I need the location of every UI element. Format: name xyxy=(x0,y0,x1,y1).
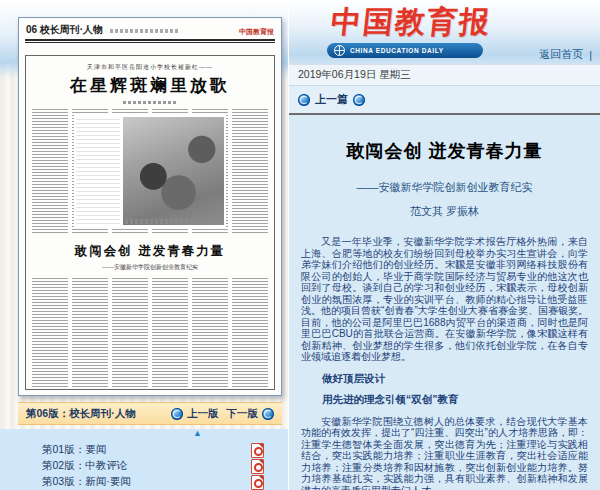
newsprint-text-column xyxy=(112,278,148,390)
site-logo-english: CHINA EDUCATION DAILY xyxy=(350,47,444,54)
page-section-title: 06 校长周刊·人物 xyxy=(26,23,180,37)
page-navigation-bar: 第06版：校长周刊·人物 上一版 下一版 xyxy=(18,402,282,425)
link-divider: | xyxy=(589,49,592,61)
masthead-fineprint-sim xyxy=(110,29,180,33)
article-body: 又是一年毕业季，安徽新华学院学术报告厅格外热闹，来自上海、合肥等地的校友们纷纷回… xyxy=(301,236,588,490)
section-name: 校长周刊·人物 xyxy=(40,24,103,35)
collapse-arrow-icon[interactable]: ▲ xyxy=(193,428,202,438)
page-link[interactable]: 第02版：中教评论 xyxy=(42,459,251,473)
home-link[interactable]: 返回首页 xyxy=(539,47,583,62)
second-article-columns xyxy=(32,278,268,390)
article-paragraph: 安徽新华学院围绕立德树人的总体要求，结合现代大学基本功能的有效发挥，提出了“四注… xyxy=(301,416,588,490)
pdf-icon[interactable] xyxy=(251,459,264,474)
globe-icon xyxy=(334,45,345,56)
current-page-label: 第06版：校长周刊·人物 xyxy=(26,407,171,421)
pdf-icon[interactable] xyxy=(251,475,264,490)
article-content: 敢闯会创 迸发青春力量 ——安徽新华学院创新创业教育纪实 范文其 罗振林 又是一… xyxy=(289,115,600,490)
prev-article-icon[interactable] xyxy=(298,94,310,106)
newspaper-page-image[interactable]: 06 校长周刊·人物 中国教育报 天津市和平区岳阳道小学校长褚新红—— 在星辉斑… xyxy=(18,17,282,396)
page-thumbnail-panel: 06 校长周刊·人物 中国教育报 天津市和平区岳阳道小学校长褚新红—— 在星辉斑… xyxy=(0,0,288,490)
newspaper-logo-small: 中国教育报 xyxy=(239,27,274,37)
site-header: 中国教育报 CHINA EDUCATION DAILY 返回首页 | xyxy=(289,0,600,64)
photo-caption-sim xyxy=(125,219,222,224)
page-number: 06 xyxy=(26,24,37,35)
newsprint-text-column xyxy=(232,109,268,235)
article-paragraph: 又是一年毕业季，安徽新华学院学术报告厅格外热闹，来自上海、合肥等地的校友们纷纷回… xyxy=(301,236,588,363)
newspaper-masthead: 06 校长周刊·人物 中国教育报 xyxy=(19,18,281,38)
article-panel: 中国教育报 CHINA EDUCATION DAILY 返回首页 | 2019年… xyxy=(288,0,600,490)
newsprint-text-column xyxy=(152,278,188,390)
lead-article-columns xyxy=(32,109,268,235)
page-link[interactable]: 第01版：要闻 xyxy=(42,443,251,457)
second-headline: 敢闯会创 迸发青春力量 xyxy=(26,243,274,260)
next-page-icon[interactable] xyxy=(262,408,274,420)
article-nav-bar: 上一篇 xyxy=(289,86,600,115)
page-list-item: 第02版：中教评论 xyxy=(0,458,288,474)
prev-article-link[interactable]: 上一篇 xyxy=(315,92,348,107)
page-list-collapse-row: ▲ xyxy=(0,429,288,442)
newsprint-text-column xyxy=(192,278,228,390)
page-list-item: 第03版：新闻·要闻 xyxy=(0,474,288,490)
prev-page-link[interactable]: 上一版 xyxy=(187,407,219,421)
newsprint-text-column xyxy=(232,278,268,390)
next-page-link[interactable]: 下一版 xyxy=(227,407,259,421)
site-logo-subtitle-bar: CHINA EDUCATION DAILY xyxy=(327,43,483,58)
pdf-icon[interactable] xyxy=(251,443,264,458)
article-subtitle: ——安徽新华学院创新创业教育纪实 xyxy=(301,180,588,195)
page-link[interactable]: 第03版：新闻·要闻 xyxy=(42,475,251,489)
header-links: 返回首页 | xyxy=(539,47,592,62)
article-subhead: 用先进的理念引领“双创”教育 xyxy=(301,394,588,406)
date-bar: 2019年06月19日 星期三 xyxy=(289,64,600,86)
pull-quote-sim xyxy=(76,117,120,225)
article-subhead: 做好顶层设计 xyxy=(301,373,588,385)
page-list: ▲ 第01版：要闻 第02版：中教评论 第03版：新闻·要闻 xyxy=(0,429,288,490)
lead-photo-band xyxy=(74,115,226,227)
page-list-item: 第01版：要闻 xyxy=(0,442,288,458)
lead-byline-sim xyxy=(123,101,177,104)
article-title: 敢闯会创 迸发青春力量 xyxy=(301,139,588,163)
article-authors: 范文其 罗振林 xyxy=(301,204,588,219)
issue-date: 2019年06月19日 星期三 xyxy=(298,68,411,82)
second-subtitle: ——安徽新华学院创新创业教育纪实 xyxy=(26,263,274,272)
masthead-rule xyxy=(25,39,275,43)
lead-headline: 在星辉斑斓里放歌 xyxy=(26,74,274,97)
lead-kicker: 天津市和平区岳阳道小学校长褚新红—— xyxy=(26,63,274,72)
newspaper-content-frame: 天津市和平区岳阳道小学校长褚新红—— 在星辉斑斓里放歌 xyxy=(25,55,275,390)
prev-page-icon[interactable] xyxy=(171,408,183,420)
newsprint-text-column xyxy=(72,278,108,390)
epaper-reader: 06 校长周刊·人物 中国教育报 天津市和平区岳阳道小学校长褚新红—— 在星辉斑… xyxy=(0,0,600,490)
lead-photo xyxy=(123,117,224,225)
newsprint-text-column xyxy=(32,278,68,390)
site-logo: 中国教育报 xyxy=(329,2,493,43)
newsprint-text-column xyxy=(32,109,68,235)
next-article-icon[interactable] xyxy=(353,94,365,106)
